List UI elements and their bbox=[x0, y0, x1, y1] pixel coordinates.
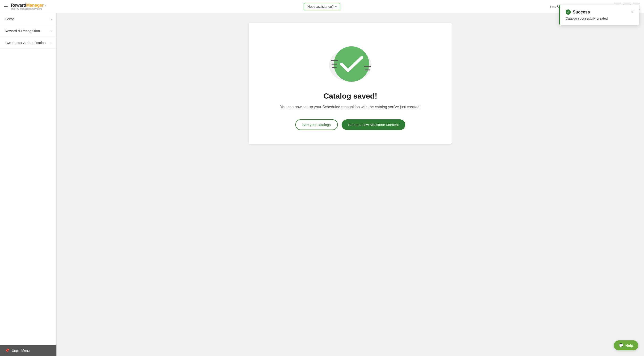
app-header: ☰ Reward Manager ™ The RG management sys… bbox=[0, 0, 644, 13]
sidebar-footer[interactable]: 📌 Unpin Menu bbox=[0, 345, 56, 356]
layout: Home › Reward & Recognition › Two-Factor… bbox=[0, 13, 644, 356]
hamburger-icon[interactable]: ☰ bbox=[4, 4, 8, 10]
sidebar-item-reward-recognition[interactable]: Reward & Recognition › bbox=[0, 25, 56, 37]
chevron-right-icon-3: › bbox=[50, 41, 52, 45]
header-left: ☰ Reward Manager ™ The RG management sys… bbox=[4, 3, 46, 10]
sidebar-nav: Home › Reward & Recognition › Two-Factor… bbox=[0, 13, 56, 345]
card-actions: See your catalogs Set up a new Milestone… bbox=[295, 119, 405, 130]
logo-reward: Reward bbox=[11, 3, 26, 8]
unpin-menu-label: Unpin Menu bbox=[12, 349, 30, 352]
chevron-right-icon-2: › bbox=[50, 29, 52, 33]
assistance-button[interactable]: Need assistance? ▾ bbox=[304, 3, 340, 11]
sidebar-item-reward-label: Reward & Recognition bbox=[5, 29, 40, 33]
sidebar-item-home[interactable]: Home › bbox=[0, 13, 56, 25]
milestone-button[interactable]: Set up a new Milestone Moment bbox=[342, 119, 405, 130]
logo: Reward Manager ™ The RG management syste… bbox=[11, 3, 46, 10]
logo-manager: Manager bbox=[26, 3, 44, 8]
help-label: Help bbox=[625, 343, 633, 347]
pin-icon: 📌 bbox=[5, 348, 10, 353]
toast-close-button[interactable]: × bbox=[631, 10, 634, 14]
toast-check-icon: ✓ bbox=[566, 10, 571, 15]
toast-body: Catalog successfully created bbox=[566, 17, 634, 20]
svg-point-1 bbox=[334, 46, 369, 82]
header-center: Need assistance? ▾ bbox=[304, 3, 340, 11]
toast-title-text: Success bbox=[573, 10, 590, 15]
sidebar-item-home-label: Home bbox=[5, 17, 14, 21]
logo-title: Reward Manager ™ bbox=[11, 3, 46, 8]
assistance-label: Need assistance? bbox=[307, 5, 334, 9]
check-illustration bbox=[324, 37, 376, 84]
chat-icon: 💬 bbox=[619, 343, 624, 347]
see-catalogs-button[interactable]: See your catalogs bbox=[295, 119, 338, 130]
sidebar-item-two-factor[interactable]: Two-Factor Authentication › bbox=[0, 37, 56, 49]
main-content: Catalog saved! You can now set up your S… bbox=[57, 13, 644, 356]
toast-notification: ✓ Success × Catalog successfully created bbox=[559, 5, 639, 25]
catalog-subtitle: You can now set up your Scheduled recogn… bbox=[280, 104, 421, 110]
logo-tm: ™ bbox=[44, 5, 46, 7]
toast-title: ✓ Success bbox=[566, 10, 590, 15]
help-button[interactable]: 💬 Help bbox=[614, 340, 638, 350]
catalog-card: Catalog saved! You can now set up your S… bbox=[249, 23, 452, 144]
toast-header: ✓ Success × bbox=[566, 10, 634, 15]
catalog-title: Catalog saved! bbox=[324, 92, 377, 100]
logo-subtitle: The RG management system bbox=[11, 8, 46, 10]
chevron-right-icon: › bbox=[50, 17, 52, 21]
sidebar-item-twofactor-label: Two-Factor Authentication bbox=[5, 41, 46, 45]
chevron-down-icon: ▾ bbox=[335, 5, 337, 8]
sidebar: Home › Reward & Recognition › Two-Factor… bbox=[0, 13, 57, 356]
